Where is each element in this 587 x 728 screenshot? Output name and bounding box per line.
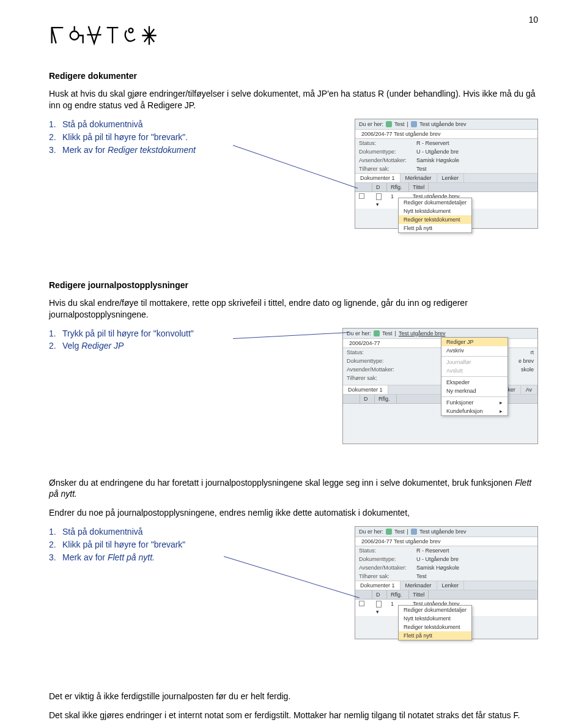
screenshot-rediger-jp: Du er her: Test | Test utgående brev 200… (342, 328, 538, 444)
section2-intro: Hvis du skal endre/føye til mottakere, r… (49, 297, 538, 321)
step-item: 1.Stå på dokumentnivå (49, 119, 342, 130)
col-rflg: Rflg. (375, 395, 397, 403)
menu-ny-merknad[interactable]: Ny merknad (441, 387, 508, 395)
step-item: 3.Merk av for Flett på nytt. (49, 552, 342, 563)
row-checkbox[interactable] (359, 601, 364, 606)
sender-value: Samisk Høgskole (416, 565, 459, 571)
menu-rediger-tekstdokument[interactable]: Rediger tekstdokument (399, 215, 471, 224)
step-item: 2.Klikk på pil til høyre for "brevark" (49, 539, 342, 551)
col-d: D (372, 590, 387, 599)
tab-dokumenter[interactable]: Dokumenter 1 (355, 581, 401, 590)
envelope-icon (411, 121, 417, 127)
breadcrumb-item[interactable]: Test utgående brev (419, 121, 467, 127)
menu-nytt-tekstdokument[interactable]: Nytt tekstdokument (399, 614, 471, 623)
envelope-icon (411, 529, 417, 535)
breadcrumb-label: Du er her: (359, 529, 383, 535)
svg-point-1 (129, 28, 133, 32)
section-title-redigere-journalpost: Redigere journalpostopplysninger (49, 280, 538, 290)
tab-merknader[interactable]: Merknader (401, 581, 437, 590)
case-number: 2006/204-77 Test utgående brev (361, 131, 440, 137)
col-tittel: Tittel (409, 183, 429, 191)
menu-avskriv[interactable]: Avskriv (441, 346, 508, 355)
section3-para1: Ønsker du at endringene du har foretatt … (49, 477, 538, 500)
col-tittel: Tittel (409, 590, 429, 599)
svg-point-0 (70, 31, 79, 40)
menu-flett-pa-nytt[interactable]: Flett på nytt (399, 631, 471, 640)
screenshot-flett-pa-nytt: Du er her: Test | Test utgående brev 200… (355, 526, 538, 639)
breadcrumb-item[interactable]: Test (382, 330, 393, 336)
col-d: D (372, 183, 387, 191)
breadcrumb-label: Du er her: (359, 121, 383, 127)
glyph-icon (141, 24, 158, 46)
breadcrumb-item[interactable]: Test (394, 121, 405, 127)
section1-intro: Husk at hvis du skal gjøre endringer/til… (49, 88, 538, 111)
glyph-icon (122, 24, 139, 46)
sender-value: Samisk Høgskole (416, 157, 459, 163)
breadcrumb-item[interactable]: Test (394, 529, 405, 535)
status-value: R - Reservert (416, 140, 449, 146)
section3-para2: Endrer du noe på journalpostopplysningen… (49, 507, 538, 519)
menu-nytt-tekstdokument[interactable]: Nytt tekstdokument (399, 207, 471, 215)
col-checkbox (355, 183, 372, 191)
page-number: 10 (528, 15, 538, 24)
col-d: D (360, 395, 375, 403)
col-rflg: Rflg. (387, 590, 409, 599)
menu-kundefunksjon[interactable]: Kundefunksjon▸ (441, 407, 508, 415)
tab-lenker[interactable]: Lenker (437, 581, 465, 590)
menu-ekspeder[interactable]: Ekspeder (441, 378, 508, 387)
step-item: 1.Trykk på pil til høyre for "konvolutt" (49, 328, 330, 340)
glyph-icon (67, 24, 84, 46)
menu-funksjoner[interactable]: Funksjoner▸ (441, 398, 508, 407)
section3-steps: 1.Stå på dokumentnivå 2.Klikk på pil til… (49, 526, 342, 563)
status-value: R - Reservert (416, 548, 449, 554)
case-value: Test (416, 573, 427, 579)
case-number: 2006/204-77 Test utgående brev (361, 538, 440, 544)
folder-icon (386, 529, 392, 535)
breadcrumb-label: Du er her: (347, 330, 371, 336)
glyph-icon (49, 24, 66, 46)
menu-avslutt: Avslutt (441, 366, 508, 375)
row-checkbox[interactable] (359, 193, 364, 199)
case-value: Test (416, 166, 427, 172)
menu-rediger-tekstdokument[interactable]: Rediger tekstdokument (399, 623, 471, 631)
doctype-value: U - Utgående bre (416, 556, 459, 562)
tab-dokumenter[interactable]: Dokumenter 1 (343, 385, 388, 394)
breadcrumb-item[interactable]: Test utgående brev (399, 330, 446, 336)
folder-icon (386, 121, 392, 127)
glyph-icon (104, 24, 121, 46)
menu-rediger-detaljer[interactable]: Rediger dokumentdetaljer (399, 606, 471, 614)
screenshot-rediger-tekstdokument: Du er her: Test | Test utgående brev 200… (355, 119, 538, 229)
section-title-redigere-dokumenter: Redigere dokumenter (49, 71, 538, 81)
menu-rediger-detaljer[interactable]: Rediger dokumentdetaljer (399, 198, 471, 207)
footer-p2: Det skal ikke gjøres endringer i et inte… (49, 710, 538, 721)
tab-lenker[interactable]: Lenker (437, 174, 465, 182)
step-item: 2.Klikk på pil til høyre for "brevark". (49, 132, 342, 143)
step-item: 1.Stå på dokumentnivå (49, 526, 342, 538)
tab-merknader[interactable]: Merknader (401, 174, 437, 182)
tab-av[interactable]: Av (521, 385, 537, 394)
footer-p1: Det er viktig å ikke ferdigstille journa… (49, 691, 538, 702)
logo-strip (49, 24, 538, 46)
menu-journalfor: Journalfør (441, 358, 508, 366)
section2-steps: 1.Trykk på pil til høyre for "konvolutt"… (49, 328, 330, 352)
section1-steps: 1.Stå på dokumentnivå 2.Klikk på pil til… (49, 119, 342, 156)
document-icon[interactable] (376, 601, 382, 607)
glyph-icon (86, 24, 103, 46)
menu-rediger-jp[interactable]: Rediger JP (441, 338, 508, 346)
menu-flett-pa-nytt[interactable]: Flett på nytt (399, 224, 471, 232)
case-number: 2006/204-77 (349, 340, 380, 346)
folder-icon (374, 330, 380, 336)
doctype-value: U - Utgående bre (416, 149, 459, 155)
step-item: 2.Velg Rediger JP (49, 340, 330, 352)
document-icon[interactable] (376, 193, 382, 200)
breadcrumb-item[interactable]: Test utgående brev (419, 529, 467, 535)
col-checkbox (343, 395, 360, 403)
col-rflg: Rflg. (387, 183, 409, 191)
step-item: 3.Merk av for Rediger tekstdokument (49, 144, 342, 156)
tab-dokumenter[interactable]: Dokumenter 1 (355, 174, 401, 182)
